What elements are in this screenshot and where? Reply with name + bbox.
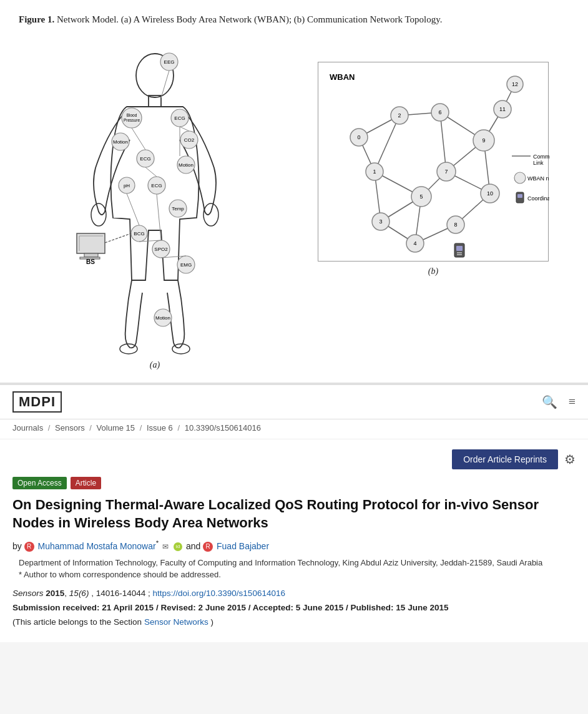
svg-text:ECG: ECG: [151, 182, 162, 188]
svg-text:4: 4: [413, 240, 416, 247]
section-link[interactable]: Sensor Networks: [144, 617, 208, 627]
svg-rect-100: [457, 254, 462, 255]
mdpi-header: MDPI 🔍 ≡: [0, 383, 588, 419]
svg-text:Link: Link: [533, 160, 544, 166]
svg-rect-107: [517, 194, 522, 198]
svg-text:2: 2: [398, 112, 401, 119]
mdpi-logo-text: MDPI: [19, 394, 56, 410]
search-icon[interactable]: 🔍: [542, 394, 557, 409]
svg-line-41: [127, 193, 139, 225]
orcid-icon1: id: [174, 542, 182, 551]
pages: 14016-14044: [96, 589, 146, 598]
open-access-badge: Open Access: [12, 477, 67, 489]
article-top-bar: Order Article Reprints ⚙: [12, 449, 576, 469]
journal-name: Sensors: [12, 589, 44, 598]
article-citation: Sensors 2015, 15(6) , 14016-14044 ; http…: [12, 587, 576, 601]
breadcrumb-sep4: /: [177, 423, 180, 433]
breadcrumb-sep1: /: [48, 423, 51, 433]
article-section: Order Article Reprints ⚙ Open Access Art…: [0, 439, 588, 643]
svg-text:7: 7: [444, 169, 448, 175]
submission-text: Submission received: 21 April 2015 / Rev…: [12, 603, 448, 612]
svg-text:Coordinator: Coordinator: [527, 195, 549, 202]
svg-text:12: 12: [512, 81, 518, 87]
volume-issue: 15(6): [69, 589, 89, 598]
and-label: and: [186, 541, 200, 551]
svg-text:Blood: Blood: [127, 113, 137, 117]
affiliation: Department of Information Technology, Fa…: [19, 557, 576, 569]
svg-text:Temp: Temp: [172, 205, 184, 211]
svg-text:CO2: CO2: [184, 137, 195, 142]
figure-caption: Figure 1. Network Model. (a) A Wireless …: [19, 12, 569, 27]
author1-sup: *: [156, 539, 159, 547]
doi-link[interactable]: https://doi.org/10.3390/s150614016: [153, 589, 285, 598]
svg-text:6: 6: [438, 109, 441, 115]
svg-text:9: 9: [482, 137, 485, 144]
section-note-prefix: (This article belongs to the Section: [12, 617, 142, 627]
svg-text:3: 3: [379, 218, 382, 225]
breadcrumb-doi[interactable]: 10.3390/s150614016: [185, 423, 261, 433]
svg-text:5: 5: [419, 193, 423, 200]
body-diagram-svg: EEG Blood Pressure ECG CO2 Motion: [64, 43, 245, 355]
article-title: On Designing Thermal-Aware Localized QoS…: [12, 496, 576, 532]
svg-text:Motion: Motion: [179, 162, 194, 167]
network-diagram-svg: WBAN: [318, 62, 549, 262]
svg-text:ECG: ECG: [174, 115, 185, 120]
author1-icon: R: [24, 542, 34, 552]
article-badge: Article: [71, 477, 101, 489]
breadcrumb-issue[interactable]: Issue 6: [147, 423, 173, 433]
figure-section: Figure 1. Network Model. (a) A Wireless …: [0, 0, 588, 383]
figure-b-container: WBAN: [297, 43, 569, 276]
svg-text:SPO2: SPO2: [154, 246, 168, 252]
author2-link[interactable]: Fuad Bajaber: [217, 541, 269, 551]
order-article-reprints-button[interactable]: Order Article Reprints: [452, 449, 558, 469]
svg-line-38: [180, 127, 189, 131]
accepted: Accepted: 5 June 2015: [253, 603, 344, 612]
figure-caption-bold: Figure 1.: [19, 14, 54, 24]
breadcrumb-bar: Journals / Sensors / Volume 15 / Issue 6…: [0, 419, 588, 439]
breadcrumb-volume[interactable]: Volume 15: [97, 423, 135, 433]
svg-line-36: [132, 128, 145, 150]
network-diagram: WBAN: [318, 62, 549, 262]
figure-a-container: EEG Blood Pressure ECG CO2 Motion: [19, 43, 291, 370]
menu-icon[interactable]: ≡: [569, 394, 576, 409]
svg-point-3: [203, 203, 218, 226]
svg-rect-44: [77, 233, 105, 253]
author1-link[interactable]: Muhammad Mostafa Monowar: [38, 541, 156, 551]
author2-icon: R: [203, 542, 213, 552]
breadcrumb-sep2: /: [89, 423, 92, 433]
body-diagram: EEG Blood Pressure ECG CO2 Motion: [64, 43, 245, 355]
breadcrumb-journals[interactable]: Journals: [12, 423, 43, 433]
year-vol: 2015,: [46, 589, 69, 598]
svg-text:Communication: Communication: [533, 154, 549, 160]
svg-text:Motion: Motion: [155, 315, 170, 320]
svg-text:0: 0: [357, 134, 360, 140]
breadcrumb-sep3: /: [140, 423, 142, 433]
svg-text:1: 1: [373, 169, 376, 175]
published: Published: 15 June 2015: [351, 603, 449, 612]
svg-line-49: [105, 233, 131, 243]
gear-icon[interactable]: ⚙: [564, 452, 576, 467]
mdpi-logo[interactable]: MDPI: [12, 391, 62, 413]
breadcrumb-sensors[interactable]: Sensors: [55, 423, 85, 433]
svg-text:WBAN node: WBAN node: [527, 175, 549, 182]
section-note: (This article belongs to the Section Sen…: [12, 615, 576, 630]
figure-b-label: (b): [428, 267, 438, 276]
svg-rect-98: [456, 246, 463, 251]
doi-sep: ;: [148, 589, 153, 598]
svg-rect-45: [84, 253, 98, 257]
svg-text:11: 11: [499, 106, 506, 112]
figure-caption-text: Network Model. (a) A Wireless Body Area …: [57, 14, 443, 24]
svg-line-39: [145, 167, 157, 177]
pages-sep: ,: [91, 589, 96, 598]
svg-text:ECG: ECG: [140, 155, 150, 161]
svg-point-104: [514, 172, 526, 183]
submission: Submission received: 21 April 2015: [12, 603, 154, 612]
svg-text:BCG: BCG: [134, 230, 144, 236]
svg-text:EMG: EMG: [180, 262, 192, 267]
dates-line: Submission received: 21 April 2015 / Rev…: [12, 601, 576, 615]
svg-line-40: [157, 194, 161, 240]
svg-point-4: [120, 344, 137, 354]
svg-point-2: [91, 203, 106, 226]
svg-text:BS: BS: [86, 258, 95, 265]
year: 2015: [46, 589, 64, 598]
